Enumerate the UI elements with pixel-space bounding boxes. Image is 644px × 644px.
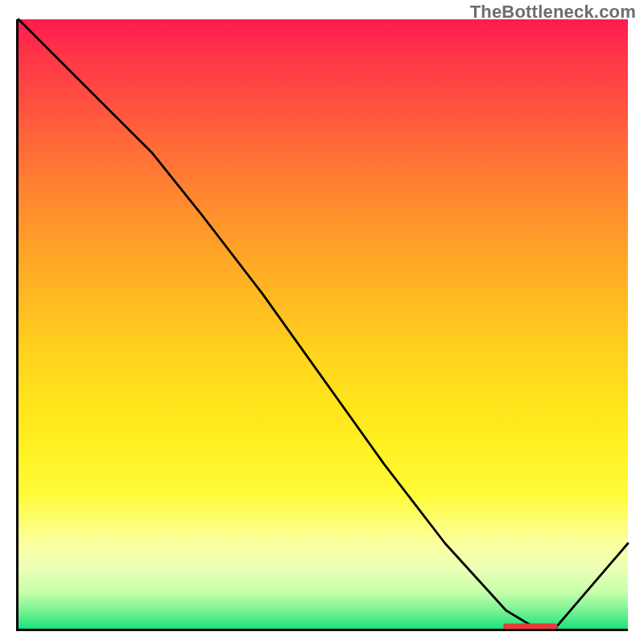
chart-svg (19, 19, 628, 629)
bottleneck-curve-line (19, 19, 628, 629)
chart-plot-area (16, 19, 628, 631)
page-root: TheBottleneck.com (0, 0, 644, 644)
